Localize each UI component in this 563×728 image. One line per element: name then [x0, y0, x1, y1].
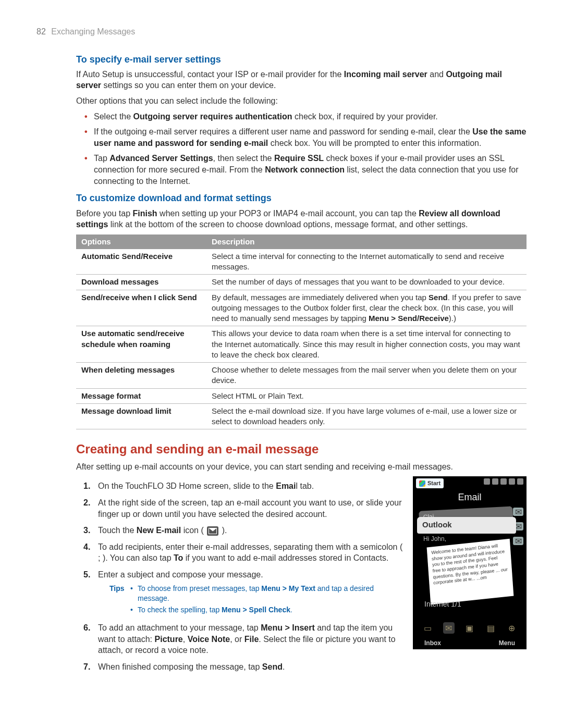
step-5: Enter a subject and compose your message…	[98, 569, 403, 617]
tip-2: To check the spelling, tap Menu > Spell …	[130, 605, 403, 615]
para-server-1: If Auto Setup is unsuccessful, contact y…	[76, 69, 527, 91]
message-header: Hi John,	[423, 535, 446, 543]
table-row: Send/receive when I click Send By defaul…	[76, 290, 527, 326]
softkey-bar: Inbox Menu	[413, 639, 527, 647]
message-preview-envelope: Welcome to the team! Diana will show you…	[427, 539, 514, 605]
th-options: Options	[76, 235, 206, 249]
mail-icon: ✉	[443, 622, 455, 634]
section-title: Exchanging Messages	[51, 27, 135, 36]
account-tab-front: Outlook	[417, 517, 516, 534]
steps-list: On the TouchFLO 3D Home screen, slide to…	[76, 480, 403, 672]
mail-icon: ✉	[513, 508, 523, 516]
options-table: Options Description Automatic Send/Recei…	[76, 235, 527, 430]
start-button: Start	[416, 478, 444, 488]
status-icon	[484, 478, 490, 485]
server-bullet-list: Select the Outgoing server requires auth…	[76, 111, 527, 187]
softkey-right: Menu	[499, 639, 515, 647]
camera-icon: ▣	[464, 622, 475, 634]
step-6: To add an attachment to your message, ta…	[98, 622, 403, 656]
table-row: Download messages Set the number of days…	[76, 275, 527, 290]
th-description: Description	[206, 235, 527, 249]
page-number: 82	[36, 27, 46, 36]
status-icon	[509, 478, 515, 485]
table-row: Automatic Send/Receive Select a time int…	[76, 249, 527, 275]
status-icon	[517, 478, 523, 485]
server-bullet-1: Select the Outgoing server requires auth…	[94, 111, 527, 122]
step-4: To add recipients, enter their e-mail ad…	[98, 541, 403, 564]
step-1: On the TouchFLO 3D Home screen, slide to…	[98, 480, 403, 492]
status-icon	[492, 478, 498, 485]
para-download-1: Before you tap Finish when setting up yo…	[76, 208, 527, 230]
globe-icon: ⊕	[506, 622, 518, 634]
table-row: Use automatic send/receive schedule when…	[76, 326, 527, 363]
table-row: Message format Select HTML or Plain Text…	[76, 388, 527, 403]
tips-block: Tips To choose from preset messages, tap…	[109, 584, 403, 618]
server-bullet-2: If the outgoing e-mail server requires a…	[94, 126, 527, 149]
tips-label: Tips	[109, 584, 130, 618]
page-header: 82 Exchanging Messages	[36, 26, 527, 38]
heading-server-settings: To specify e-mail server settings	[76, 53, 527, 66]
softkey-left: Inbox	[424, 639, 441, 647]
table-row: Message download limit Select the e-mail…	[76, 403, 527, 429]
intro-creating: After setting up e-mail accounts on your…	[76, 461, 527, 473]
server-bullet-3: Tap Advanced Server Settings, then selec…	[94, 153, 527, 187]
para-server-2: Other options that you can select includ…	[76, 95, 527, 107]
device-screenshot: Start Email ✉ ✉ ✉ Clai... Outlook	[413, 476, 527, 649]
step-3: Touch the New E-mail icon ( ).	[98, 525, 403, 536]
heading-download-format: To customize download and format setting…	[76, 192, 527, 204]
mail-icon: ✉	[513, 537, 523, 545]
start-label: Start	[427, 479, 440, 487]
status-icons	[484, 478, 523, 485]
windows-flag-icon	[419, 480, 425, 487]
screen-title: Email	[413, 491, 527, 503]
status-icon	[500, 478, 507, 485]
step-2: At the right side of the screen, tap an …	[98, 497, 403, 520]
speech-icon: ▭	[422, 622, 433, 634]
table-row: When deleting messages Choose whether to…	[76, 363, 527, 389]
bottom-icon-row: ▭ ✉ ▣ ▤ ⊕	[413, 622, 527, 634]
step-7: When finished composing the message, tap…	[98, 661, 403, 673]
tip-1: To choose from preset messages, tap Menu…	[130, 584, 403, 603]
mail-icon	[207, 526, 218, 536]
account-indicator: Internet 1/1	[424, 599, 461, 609]
calendar-icon: ▤	[485, 622, 496, 634]
heading-creating-sending: Creating and sending an e-mail message	[76, 441, 527, 458]
